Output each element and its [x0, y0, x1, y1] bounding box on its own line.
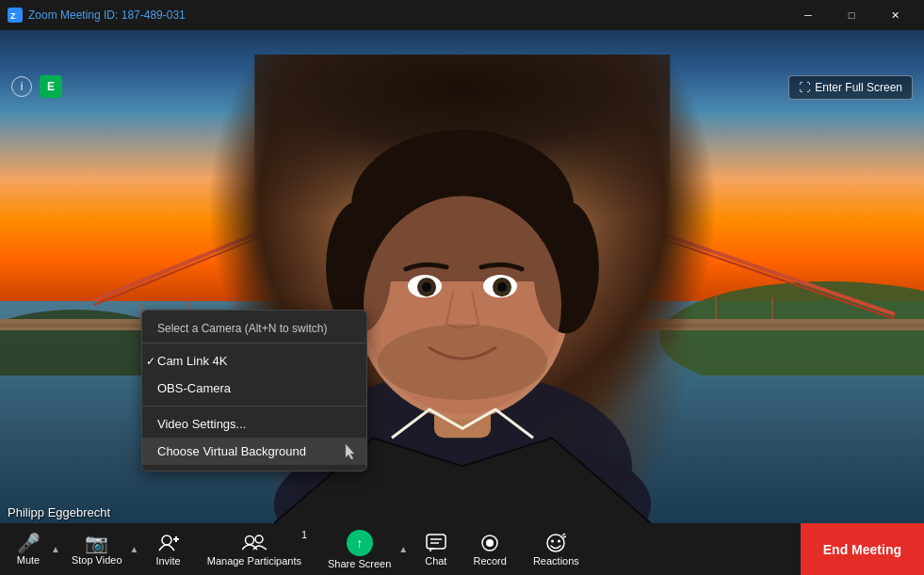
svg-text:Z: Z	[10, 11, 16, 21]
security-badge[interactable]: E	[40, 75, 62, 98]
fullscreen-icon: ⛶	[799, 81, 810, 94]
participant-name-label: Philipp Eggebrecht	[0, 502, 118, 523]
menu-item-obs-camera[interactable]: OBS-Camera	[142, 375, 366, 402]
svg-point-40	[162, 535, 171, 545]
menu-header: Select a Camera (Alt+N to switch)	[142, 316, 366, 343]
chat-icon	[426, 533, 446, 553]
stop-video-button[interactable]: 📷 Stop Video	[64, 523, 126, 575]
end-meeting-button[interactable]: End Meeting	[801, 523, 924, 575]
video-icon: 📷	[85, 534, 108, 552]
manage-participants-label: Manage Participants	[207, 555, 301, 567]
top-overlay: i E ⛶ Enter Full Screen	[0, 68, 924, 107]
svg-point-44	[255, 535, 263, 543]
mute-chevron[interactable]: ▲	[47, 523, 64, 575]
toolbar: 🎤 Mute ▲ 📷 Stop Video ▲ Invite 1 Manage …	[0, 523, 924, 575]
share-screen-label: Share Screen	[328, 558, 391, 569]
participants-icon	[242, 533, 267, 553]
svg-point-49	[486, 539, 494, 547]
share-screen-icon: ↑	[347, 530, 373, 556]
reactions-label: Reactions	[533, 555, 579, 567]
svg-point-38	[497, 282, 507, 292]
fullscreen-button[interactable]: ⛶ Enter Full Screen	[788, 75, 913, 100]
menu-item-cam-link[interactable]: Cam Link 4K	[142, 347, 366, 375]
mute-icon: 🎤	[17, 534, 41, 552]
svg-rect-45	[427, 535, 446, 549]
svg-point-37	[422, 282, 431, 292]
mute-button[interactable]: 🎤 Mute	[0, 523, 47, 575]
menu-item-video-settings[interactable]: Video Settings...	[142, 410, 366, 438]
title-text: Zoom Meeting ID: 187-489-031	[28, 8, 186, 22]
camera-context-menu: Select a Camera (Alt+N to switch) Cam Li…	[141, 310, 367, 471]
stop-video-label: Stop Video	[72, 554, 122, 566]
minimize-button[interactable]: ─	[786, 0, 830, 30]
title-bar: Z Zoom Meeting ID: 187-489-031 ─ □ ✕	[0, 0, 924, 30]
svg-point-39	[378, 324, 547, 400]
chat-label: Chat	[425, 555, 446, 567]
reactions-icon	[545, 533, 566, 553]
maximize-button[interactable]: □	[830, 0, 873, 30]
share-screen-button[interactable]: ↑ Share Screen	[315, 523, 395, 575]
title-bar-controls: ─ □ ✕	[786, 0, 916, 30]
record-button[interactable]: Record	[460, 523, 519, 575]
invite-icon	[158, 533, 179, 553]
svg-line-53	[562, 534, 565, 535]
invite-label: Invite	[155, 555, 180, 567]
menu-item-virtual-background[interactable]: Choose Virtual Background	[142, 438, 366, 465]
participants-count-badge: 1	[301, 529, 307, 540]
zoom-logo-icon: Z	[8, 8, 23, 23]
info-icon[interactable]: i	[11, 76, 32, 97]
title-bar-left: Z Zoom Meeting ID: 187-489-031	[8, 8, 186, 23]
menu-separator	[142, 406, 366, 407]
video-chevron[interactable]: ▲	[126, 523, 143, 575]
svg-point-50	[547, 535, 564, 551]
mute-label: Mute	[17, 554, 40, 566]
close-button[interactable]: ✕	[873, 0, 916, 30]
cursor-icon	[344, 442, 357, 461]
svg-point-51	[551, 539, 554, 542]
svg-point-52	[558, 539, 560, 542]
invite-button[interactable]: Invite	[142, 523, 193, 575]
record-icon	[479, 533, 500, 553]
share-screen-chevron[interactable]: ▲	[395, 523, 412, 575]
svg-line-54	[563, 536, 566, 537]
chat-button[interactable]: Chat	[412, 523, 460, 575]
reactions-button[interactable]: Reactions	[520, 523, 592, 575]
top-left-icons: i E	[11, 75, 62, 98]
video-area: i E ⛶ Enter Full Screen Philipp Eggebrec…	[0, 30, 924, 523]
manage-participants-button[interactable]: 1 Manage Participants	[194, 523, 315, 575]
record-label: Record	[473, 555, 506, 567]
svg-point-43	[245, 535, 253, 544]
